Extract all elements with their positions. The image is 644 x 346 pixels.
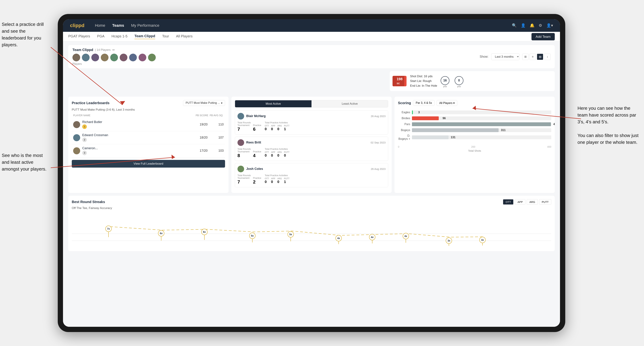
- avatar-4: [101, 54, 108, 61]
- putt-filter-btn[interactable]: PUTT: [539, 199, 551, 205]
- bar-label-birdies: Birdies: [398, 117, 410, 120]
- bar-value-bogeys: 311: [501, 129, 506, 132]
- avatar-1: [72, 54, 80, 61]
- bar-label-dbogeys: D. Bogeys +: [398, 134, 410, 141]
- practice-activities-section-1: Total Practice Activities OTT0 APP0 ARG0…: [265, 121, 290, 132]
- practice-label-2: Practice: [253, 150, 261, 153]
- subnav-pga[interactable]: PGA: [97, 34, 104, 39]
- par-filter-btn[interactable]: Par 3, 4 & 5s: [413, 100, 434, 106]
- nav-home[interactable]: Home: [95, 23, 105, 28]
- arg-filter-btn[interactable]: ARG: [527, 199, 538, 205]
- avatar-2: [82, 54, 90, 61]
- pc-date-3: 26 Aug 2023: [371, 168, 386, 170]
- shot-card: 198 SC Shot Dist: 16 yds Start Lie: Roug…: [390, 71, 555, 91]
- rank-badge-2: 2: [82, 138, 87, 142]
- lb-avatar-2: [73, 134, 80, 141]
- all-players-filter-btn[interactable]: All Players ▾: [436, 100, 457, 106]
- dot-circle-3x-2: 3x: [479, 237, 486, 243]
- dot-stem-4x-3: [406, 239, 406, 243]
- annotation-top-left: Select a practice drill and see the lead…: [2, 21, 51, 48]
- ott-filter-btn[interactable]: OTT: [503, 199, 514, 205]
- lb-avatar-3: [73, 147, 80, 154]
- dot-circle-4x-1: 4x: [336, 235, 342, 241]
- three-col: Practice Leaderboards PUTT Must Make Put…: [68, 97, 555, 193]
- most-active-tab[interactable]: Most Active: [235, 100, 312, 107]
- nav-links: Home Teams My Performance: [95, 23, 159, 28]
- team-name: Team Clippd: [72, 48, 93, 52]
- player-card-header-2: Rees Britt 02 Sep 2023: [238, 139, 386, 146]
- navbar: clippd Home Teams My Performance 🔍 👤 🔔 ⚙…: [63, 19, 560, 32]
- dot-stem-4x-2: [372, 240, 372, 243]
- view-leaderboard-button[interactable]: View Full Leaderboard: [72, 160, 225, 168]
- pc-name-1: Blair McHarg: [246, 114, 369, 118]
- leaderboard-title: Practice Leaderboards: [72, 101, 110, 105]
- active-tabs: Most Active Least Active: [235, 100, 388, 107]
- team-info: Team Clippd | 14 Players ✏: [72, 48, 156, 65]
- search-icon[interactable]: 🔍: [512, 23, 516, 28]
- pc-date-2: 02 Sep 2023: [371, 141, 386, 144]
- subnav-tour[interactable]: Tour: [162, 34, 169, 39]
- list-view-btn[interactable]: ≡: [530, 54, 536, 60]
- app-filter-btn[interactable]: APP: [515, 199, 525, 205]
- dot-circle-4x-3: 4x: [403, 233, 409, 239]
- person-icon[interactable]: 👤: [521, 23, 526, 28]
- streaks-title: Best Round Streaks: [72, 200, 105, 204]
- dot-3x-1: 3x: [446, 237, 452, 246]
- dot-circle-5x-1: 5x: [249, 233, 256, 239]
- nav-performance[interactable]: My Performance: [131, 23, 159, 28]
- shot-line2: Start Lie: Rough: [410, 79, 437, 83]
- practice-activities-section-3: Total Practice Activities OTT0 APP0 ARG0…: [265, 174, 290, 185]
- add-team-button[interactable]: Add Team: [532, 33, 555, 40]
- practice-val-3: 2: [253, 179, 261, 185]
- edit-icon[interactable]: ✏: [112, 48, 115, 52]
- practice-activities-section-2: Total Practice Activities OTT0 APP0 ARG0…: [265, 148, 290, 158]
- card-view-btn[interactable]: ▤: [537, 54, 543, 60]
- subnav: PGAT Players PGA Hcaps 1-5 Team Clippd T…: [63, 32, 560, 42]
- nav-teams[interactable]: Teams: [112, 23, 124, 28]
- subnav-pgat[interactable]: PGAT Players: [68, 34, 90, 39]
- shot-details: Shot Dist: 16 yds Start Lie: Rough End L…: [410, 74, 437, 88]
- tournament-label-1: Tournament: [238, 124, 250, 127]
- lb-avg-3: 103: [210, 149, 224, 153]
- scoring-title: Scoring: [398, 101, 411, 105]
- tournament-val-2: 8: [238, 153, 250, 158]
- shot-line1: Shot Dist: 16 yds: [410, 74, 437, 79]
- subnav-team-clippd[interactable]: Team Clippd: [134, 34, 155, 39]
- lb-avg-2: 107: [210, 136, 224, 140]
- drill-dropdown[interactable]: PUTT Must Make Putting ... ▾: [183, 100, 225, 106]
- lb-header: PLAYER NAME PB SCORE PB AVG SQ: [72, 114, 225, 117]
- least-active-tab[interactable]: Least Active: [312, 100, 388, 107]
- pc-name-3: Josh Coles: [246, 167, 369, 171]
- show-dropdown[interactable]: Last 3 months: [491, 53, 520, 60]
- settings-icon[interactable]: ⚙: [539, 23, 542, 28]
- avatar-9: [148, 54, 156, 61]
- dist-circle-1: 16: [441, 76, 450, 85]
- table-row: Richard Butler 1 19/20 110: [72, 118, 225, 131]
- bar-value-pars: 499: [553, 123, 555, 126]
- subnav-all-players[interactable]: All Players: [176, 34, 192, 39]
- lb-col-player: PLAYER NAME: [73, 114, 196, 117]
- bell-icon[interactable]: 🔔: [530, 23, 534, 28]
- list-item: Blair McHarg 26 Aug 2023 Total Rounds To…: [235, 110, 388, 135]
- bar-fill-pars: 499: [412, 122, 551, 126]
- bar-label-eagles: Eagles: [398, 111, 410, 114]
- total-practice-label-3: Total Practice Activities: [265, 174, 290, 177]
- ott-1: 0: [265, 127, 269, 131]
- rank-badge-3: 3: [82, 151, 87, 155]
- arg-2: 0: [278, 154, 282, 158]
- tablet-screen: clippd Home Teams My Performance 🔍 👤 🔔 ⚙…: [63, 19, 560, 327]
- table-view-btn[interactable]: ↕: [544, 54, 550, 60]
- grid-view-btn[interactable]: ⊞: [522, 54, 528, 60]
- team-header-right: Show: Last 3 months ⊞ ≡ ▤ ↕: [480, 53, 550, 60]
- chart-axis: 0 200 400: [398, 145, 551, 148]
- leaderboard-header-row: Practice Leaderboards PUTT Must Make Put…: [72, 100, 225, 106]
- avatar-3: [91, 54, 99, 61]
- list-item: Rees Britt 02 Sep 2023 Total Rounds Tour…: [235, 137, 388, 161]
- dot-5x-1: 5x: [249, 233, 256, 242]
- dot-stem-3x-1: [449, 244, 449, 246]
- subnav-hcaps[interactable]: Hcaps 1-5: [112, 34, 128, 39]
- tournament-val-1: 7: [238, 127, 250, 132]
- profile-icon[interactable]: 👤▾: [546, 23, 553, 28]
- shot-image: 198 SC: [392, 76, 406, 86]
- bar-track-dbogeys: 131: [412, 135, 551, 139]
